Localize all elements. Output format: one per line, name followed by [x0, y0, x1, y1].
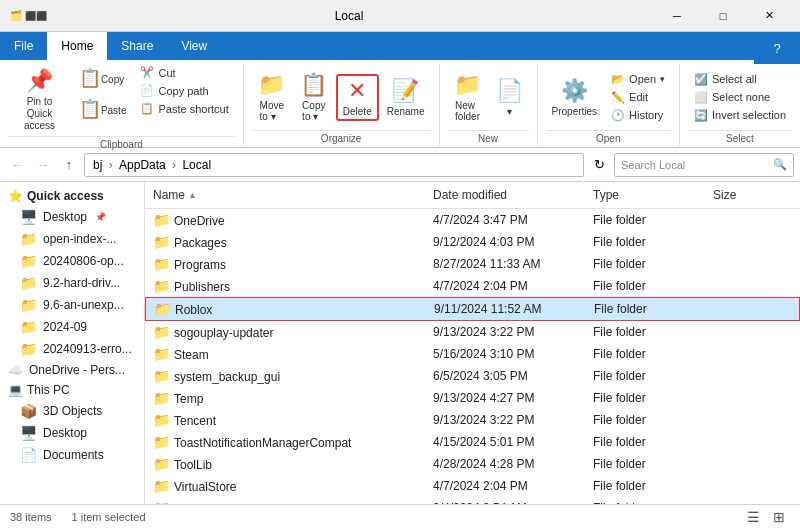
move-to-button[interactable]: 📁 Moveto ▾	[252, 68, 292, 126]
open-button[interactable]: 📂 Open ▾	[605, 71, 671, 88]
new-content: 📁 Newfolder 📄 ▾	[448, 64, 529, 130]
minimize-button[interactable]: ─	[654, 0, 700, 32]
table-row[interactable]: 📁Tencent9/13/2024 3:22 PMFile folder	[145, 409, 800, 431]
clipboard-group-label: Clipboard	[8, 136, 235, 153]
copy-to-icon: 📋	[300, 72, 327, 98]
table-row[interactable]: 📁Steam5/16/2024 3:10 PMFile folder	[145, 343, 800, 365]
table-row[interactable]: 📁OneDrive4/7/2024 3:47 PMFile folder	[145, 209, 800, 231]
tab-share[interactable]: Share	[107, 32, 167, 60]
select-content: ☑️ Select all ⬜ Select none 🔄 Invert sel…	[688, 64, 792, 130]
select-all-button[interactable]: ☑️ Select all	[688, 71, 792, 88]
quick-access-chevron: ⭐	[8, 189, 23, 203]
file-icon: 📁	[153, 234, 170, 250]
copy-button[interactable]: 📋 Copy	[73, 64, 133, 94]
tab-view[interactable]: View	[167, 32, 221, 60]
history-button[interactable]: 🕐 History	[605, 107, 671, 124]
sidebar-item-harddrive-label: 9.2-hard-driv...	[43, 276, 120, 290]
tab-file[interactable]: File	[0, 32, 47, 60]
file-icon: 📁	[153, 412, 170, 428]
search-box[interactable]: Search Local 🔍	[614, 153, 794, 177]
sidebar-item-20240806[interactable]: 📁 20240806-op...	[0, 250, 144, 272]
sidebar-item-documents[interactable]: 📄 Documents	[0, 444, 144, 466]
forward-button[interactable]: →	[32, 154, 54, 176]
file-date-cell: 6/5/2024 3:05 PM	[425, 368, 585, 384]
sidebar: ⭐ Quick access 🖥️ Desktop 📌 📁 open-index…	[0, 182, 145, 504]
file-size-cell	[705, 353, 785, 355]
refresh-button[interactable]: ↻	[588, 154, 610, 176]
col-name-header[interactable]: Name ▲	[145, 186, 425, 204]
folder-icon-4: 📁	[20, 297, 37, 313]
sidebar-item-3d-objects[interactable]: 📦 3D Objects	[0, 400, 144, 422]
back-button[interactable]: ←	[6, 154, 28, 176]
paste-shortcut-button[interactable]: 📋 Paste shortcut	[134, 100, 234, 117]
sidebar-item-unexpected[interactable]: 📁 9.6-an-unexp...	[0, 294, 144, 316]
new-folder-button[interactable]: 📁 Newfolder	[448, 68, 488, 126]
file-size-cell	[706, 308, 786, 310]
open-icon: 📂	[611, 73, 625, 86]
table-row[interactable]: 📁Roblox9/11/2024 11:52 AMFile folder	[145, 297, 800, 321]
new-item-button[interactable]: 📄 ▾	[490, 74, 529, 121]
copy-path-button[interactable]: 📄 Copy path	[134, 82, 234, 99]
new-folder-icon: 📁	[454, 72, 481, 98]
file-type-cell: File folder	[585, 346, 705, 362]
delete-button[interactable]: ✕ Delete	[336, 74, 379, 121]
file-icon: 📁	[154, 301, 171, 317]
file-date-cell: 4/7/2024 3:47 PM	[425, 212, 585, 228]
maximize-button[interactable]: □	[700, 0, 746, 32]
col-type-header[interactable]: Type	[585, 186, 705, 204]
paste-shortcut-icon: 📋	[140, 102, 154, 115]
table-row[interactable]: 📁VirtualStore4/7/2024 2:04 PMFile folder	[145, 475, 800, 497]
select-none-button[interactable]: ⬜ Select none	[688, 89, 792, 106]
title-bar: 🗂️ ⬛⬛ Local ─ □ ✕	[0, 0, 800, 32]
table-row[interactable]: 📁VMware9/4/2024 9:54 AMFile folder	[145, 497, 800, 504]
open-group-label: Open	[546, 130, 672, 147]
sidebar-item-2024-09[interactable]: 📁 2024-09	[0, 316, 144, 338]
table-row[interactable]: 📁Temp9/13/2024 4:27 PMFile folder	[145, 387, 800, 409]
sidebar-item-desktop[interactable]: 🖥️ Desktop 📌	[0, 206, 144, 228]
move-to-label: Moveto ▾	[260, 100, 284, 122]
col-date-header[interactable]: Date modified	[425, 186, 585, 204]
help-button[interactable]: ?	[754, 32, 800, 64]
move-to-icon: 📁	[258, 72, 285, 98]
large-icons-view-button[interactable]: ⊞	[768, 507, 790, 527]
cut-button[interactable]: ✂️ Cut	[134, 64, 234, 81]
edit-button[interactable]: ✏️ Edit	[605, 89, 671, 106]
table-row[interactable]: 📁system_backup_gui6/5/2024 3:05 PMFile f…	[145, 365, 800, 387]
sidebar-item-desktop-label: Desktop	[43, 210, 87, 224]
file-type-cell: File folder	[585, 434, 705, 450]
sidebar-item-open-index[interactable]: 📁 open-index-...	[0, 228, 144, 250]
close-button[interactable]: ✕	[746, 0, 792, 32]
paste-button[interactable]: 📋 Paste	[73, 95, 133, 125]
up-button[interactable]: ↑	[58, 154, 80, 176]
file-date-cell: 4/7/2024 2:04 PM	[425, 478, 585, 494]
quick-access-header[interactable]: ⭐ Quick access	[0, 186, 144, 206]
table-row[interactable]: 📁ToolLib4/28/2024 4:28 PMFile folder	[145, 453, 800, 475]
file-name-cell: 📁Roblox	[146, 300, 426, 318]
pin-to-quick-button[interactable]: 📌 Pin to Quick access	[8, 64, 71, 136]
sidebar-item-desktop2[interactable]: 🖥️ Desktop	[0, 422, 144, 444]
sidebar-item-20240913[interactable]: 📁 20240913-erro...	[0, 338, 144, 360]
table-row[interactable]: 📁Programs8/27/2024 11:33 AMFile folder	[145, 253, 800, 275]
table-row[interactable]: 📁Publishers4/7/2024 2:04 PMFile folder	[145, 275, 800, 297]
invert-selection-button[interactable]: 🔄 Invert selection	[688, 107, 792, 124]
file-name-cell: 📁sogouplay-updater	[145, 323, 425, 341]
sidebar-item-harddrive[interactable]: 📁 9.2-hard-driv...	[0, 272, 144, 294]
tab-home[interactable]: Home	[47, 32, 107, 60]
copy-to-button[interactable]: 📋 Copyto ▾	[294, 68, 334, 126]
table-row[interactable]: 📁ToastNotificationManagerCompat4/15/2024…	[145, 431, 800, 453]
file-icon: 📁	[153, 212, 170, 228]
table-row[interactable]: 📁Packages9/12/2024 4:03 PMFile folder	[145, 231, 800, 253]
onedrive-header[interactable]: ☁️ OneDrive - Pers...	[0, 360, 144, 380]
rename-button[interactable]: 📝 Rename	[381, 74, 431, 121]
col-size-header[interactable]: Size	[705, 186, 785, 204]
file-icon: 📁	[153, 456, 170, 472]
table-row[interactable]: 📁sogouplay-updater9/13/2024 3:22 PMFile …	[145, 321, 800, 343]
file-name-cell: 📁system_backup_gui	[145, 367, 425, 385]
properties-button[interactable]: ⚙️ Properties	[546, 74, 604, 121]
path-part-bj: bj	[93, 158, 102, 172]
organize-content: 📁 Moveto ▾ 📋 Copyto ▾ ✕ Delete 📝 Rename	[252, 64, 431, 130]
thispc-header[interactable]: 💻 This PC	[0, 380, 144, 400]
folder-icon-3: 📁	[20, 275, 37, 291]
address-path[interactable]: bj › AppData › Local	[84, 153, 584, 177]
details-view-button[interactable]: ☰	[742, 507, 764, 527]
